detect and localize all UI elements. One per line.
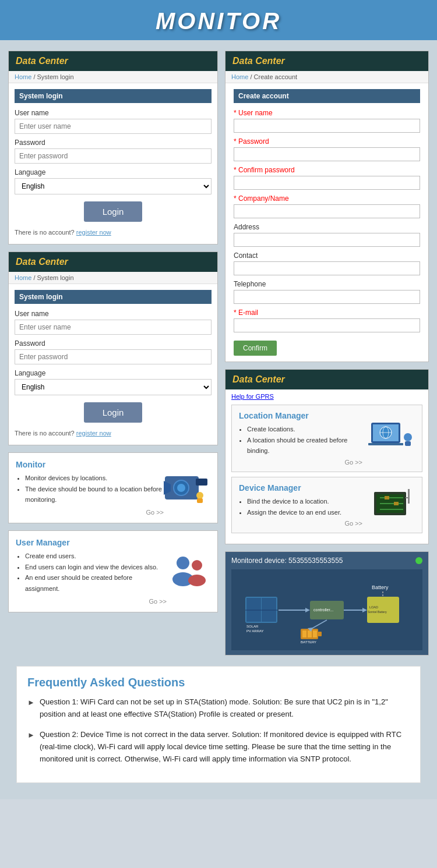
login-card-1-title: Data Center bbox=[16, 56, 210, 66]
svg-rect-18 bbox=[405, 441, 411, 446]
monitor-camera-icon bbox=[164, 469, 210, 507]
language-label-1: Language bbox=[15, 168, 212, 176]
no-account-1: There is no account? register now bbox=[15, 226, 212, 238]
login-form-1-title: System login bbox=[15, 89, 212, 103]
breadcrumb-home-1[interactable]: Home bbox=[15, 73, 31, 80]
svg-text:SOLAR: SOLAR bbox=[246, 625, 259, 628]
svg-point-5 bbox=[196, 492, 203, 499]
create-account-card: Data Center Home / Create account Create… bbox=[225, 51, 429, 362]
ca-telephone-input[interactable] bbox=[234, 290, 420, 304]
user-manager-bullet-2: End users can login and view the devices… bbox=[25, 562, 167, 573]
breadcrumb-home-ca[interactable]: Home bbox=[231, 73, 248, 80]
svg-marker-35 bbox=[305, 608, 310, 612]
faq-arrow-2: ► bbox=[27, 729, 35, 765]
device-monitor-panel: Monitored device: 55355535553555 SOLAR P… bbox=[225, 552, 428, 655]
faq-text-1: Question 1: WiFi Card can not be set up … bbox=[40, 696, 410, 721]
confirm-button[interactable]: Confirm bbox=[234, 341, 277, 356]
username-input-1[interactable] bbox=[15, 119, 212, 134]
user-manager-card: User Manager Create end users. End users… bbox=[8, 530, 218, 612]
location-bullet-2: A location should be created before bind… bbox=[247, 435, 362, 456]
create-account-header: Data Center bbox=[225, 51, 428, 71]
username-group-2: User name bbox=[15, 310, 212, 335]
svg-rect-46 bbox=[318, 632, 322, 636]
password-input-1[interactable] bbox=[15, 148, 212, 164]
device-go[interactable]: Go >> bbox=[239, 520, 362, 527]
faq-item-2: ► Question 2: Device Time is not correct… bbox=[27, 729, 410, 765]
ca-telephone-label: Telephone bbox=[234, 280, 420, 288]
username-input-2[interactable] bbox=[15, 320, 212, 335]
svg-text:BATTERY: BATTERY bbox=[301, 640, 316, 643]
create-account-card-title: Data Center bbox=[232, 56, 421, 66]
create-account-breadcrumb: Home / Create account bbox=[225, 71, 428, 83]
login-card-2: Data Center Home / System login System l… bbox=[8, 251, 218, 445]
ca-username-input[interactable] bbox=[234, 119, 420, 133]
password-group-1: Password bbox=[15, 139, 212, 164]
device-monitor-title: Monitored device: 55355535553555 bbox=[231, 557, 343, 565]
svg-text:LOAD: LOAD bbox=[369, 605, 378, 609]
svg-rect-49 bbox=[313, 630, 317, 637]
monitor-bullet-2: The device should be bound to a location… bbox=[25, 484, 164, 505]
create-account-form: Create account * User name * Password * … bbox=[225, 83, 428, 362]
ca-contact-field: Contact bbox=[234, 251, 420, 275]
login-button-2[interactable]: Login bbox=[84, 402, 143, 423]
login-card-1: Data Center Home / System login System l… bbox=[8, 51, 218, 245]
help-gprs-link[interactable]: Help for GPRS bbox=[231, 393, 274, 400]
ca-telephone-field: Telephone bbox=[234, 280, 420, 304]
ca-address-field: Address bbox=[234, 223, 420, 247]
ca-address-label: Address bbox=[234, 223, 420, 231]
password-label-2: Password bbox=[15, 339, 212, 348]
help-gprs-content: Help for GPRS Location Manager Create lo… bbox=[225, 389, 428, 544]
ca-email-label: * E-mail bbox=[234, 309, 420, 317]
status-indicator bbox=[415, 557, 422, 564]
login-form-2: System login User name Password Language… bbox=[9, 284, 217, 445]
ca-address-input[interactable] bbox=[234, 233, 420, 247]
location-manager-icon bbox=[368, 420, 415, 458]
register-link-1[interactable]: register now bbox=[76, 229, 111, 236]
language-select-1[interactable]: English bbox=[15, 178, 212, 194]
user-manager-go[interactable]: Go >> bbox=[16, 598, 167, 605]
ca-company-input[interactable] bbox=[234, 204, 420, 218]
breadcrumb-home-2[interactable]: Home bbox=[15, 274, 31, 281]
device-bullet-2: Assign the device to an end user. bbox=[247, 507, 362, 518]
monitor-bullet-1: Monitor devices by locations. bbox=[25, 473, 164, 484]
login-card-2-breadcrumb: Home / System login bbox=[9, 272, 217, 284]
svg-rect-16 bbox=[368, 443, 403, 445]
ca-confirm-password-input[interactable] bbox=[234, 176, 420, 190]
monitor-go[interactable]: Go >> bbox=[16, 509, 164, 516]
language-select-2[interactable]: English bbox=[15, 379, 212, 395]
user-manager-title: User Manager bbox=[16, 538, 167, 547]
ca-password-field: * Password bbox=[234, 137, 420, 161]
register-link-2[interactable]: register now bbox=[76, 430, 111, 437]
language-group-1: Language English bbox=[15, 168, 212, 194]
breadcrumb-page-1: System login bbox=[37, 73, 74, 80]
location-go[interactable]: Go >> bbox=[239, 459, 362, 466]
ca-company-field: * Company/Name bbox=[234, 194, 420, 218]
svg-point-17 bbox=[404, 433, 412, 441]
login-button-1[interactable]: Login bbox=[84, 201, 143, 222]
ca-password-input[interactable] bbox=[234, 147, 420, 161]
language-label-2: Language bbox=[15, 369, 212, 377]
svg-rect-25 bbox=[394, 502, 399, 505]
password-input-2[interactable] bbox=[15, 349, 212, 364]
user-manager-bullet-1: Create end users. bbox=[25, 551, 167, 562]
solar-diagram-svg: SOLAR PV ARRAY controller... L bbox=[242, 576, 411, 643]
help-gprs-title: Data Center bbox=[232, 374, 421, 385]
ca-contact-input[interactable] bbox=[234, 261, 420, 275]
ca-email-input[interactable] bbox=[234, 318, 420, 332]
monitor-card: Monitor Monitor devices by locations. Th… bbox=[8, 452, 218, 523]
svg-point-9 bbox=[192, 560, 202, 571]
svg-point-7 bbox=[177, 557, 189, 569]
password-group-2: Password bbox=[15, 339, 212, 364]
help-gprs-header: Data Center bbox=[225, 370, 428, 389]
faq-wrapper: Frequently Asked Questions ► Question 1:… bbox=[0, 666, 437, 799]
username-group-1: User name bbox=[15, 109, 212, 134]
ca-confirm-password-field: * Confirm password bbox=[234, 166, 420, 190]
login-card-1-breadcrumb: Home / System login bbox=[9, 71, 217, 83]
svg-marker-39 bbox=[362, 608, 367, 612]
faq-title: Frequently Asked Questions bbox=[27, 676, 410, 689]
svg-text:PV ARRAY: PV ARRAY bbox=[246, 629, 264, 633]
svg-point-2 bbox=[177, 484, 185, 492]
svg-rect-3 bbox=[196, 479, 207, 486]
svg-point-10 bbox=[188, 575, 206, 586]
faq-section: Frequently Asked Questions ► Question 1:… bbox=[16, 666, 421, 783]
